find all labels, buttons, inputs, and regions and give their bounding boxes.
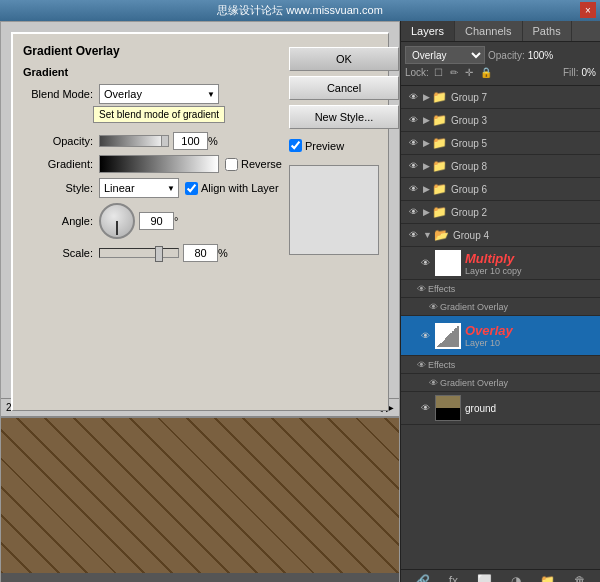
fill-label: Fill: bbox=[563, 67, 579, 78]
layers-controls: Overlay Opacity: 100% Lock: ☐ ✏ ✛ 🔒 Fill… bbox=[401, 42, 600, 86]
eye-icon[interactable] bbox=[405, 135, 421, 151]
group-name: Group 7 bbox=[451, 92, 487, 103]
tab-layers[interactable]: Layers bbox=[401, 21, 455, 41]
list-item[interactable]: Overlay Layer 10 bbox=[401, 316, 600, 356]
eye-icon[interactable] bbox=[417, 400, 433, 416]
opacity-thumb[interactable] bbox=[161, 135, 169, 147]
scale-slider[interactable] bbox=[99, 248, 179, 258]
folder-icon: 📁 bbox=[432, 113, 447, 127]
gradient-label: Gradient: bbox=[23, 158, 93, 170]
scale-thumb[interactable] bbox=[155, 246, 163, 262]
lock-icon-move[interactable]: ✛ bbox=[465, 67, 473, 78]
style-select[interactable]: Linear bbox=[99, 178, 179, 198]
new-style-button[interactable]: New Style... bbox=[289, 105, 399, 129]
trash-icon[interactable]: 🗑 bbox=[574, 574, 586, 582]
arrow-icon: ▶ bbox=[423, 184, 430, 194]
angle-line bbox=[116, 221, 118, 235]
layers-footer: 🔗 fx ⬜ ◑ 📁 🗑 bbox=[401, 569, 600, 582]
folder-icon[interactable]: 📁 bbox=[540, 574, 555, 582]
tab-channels[interactable]: Channels bbox=[455, 21, 522, 41]
blend-mode-select[interactable]: Overlay bbox=[99, 84, 219, 104]
eye-icon[interactable] bbox=[405, 89, 421, 105]
fx-icon[interactable]: fx bbox=[449, 574, 458, 582]
arrow-icon: ▶ bbox=[423, 138, 430, 148]
cancel-button[interactable]: Cancel bbox=[289, 76, 399, 100]
reverse-checkbox[interactable] bbox=[225, 158, 238, 171]
tab-paths[interactable]: Paths bbox=[523, 21, 572, 41]
layer-name: Multiply bbox=[465, 251, 596, 266]
list-item: 👁 Effects bbox=[401, 356, 600, 374]
layer-sublabel: Layer 10 copy bbox=[465, 266, 596, 276]
preview-label[interactable]: Preview bbox=[289, 139, 394, 152]
opacity-slider[interactable] bbox=[99, 135, 169, 147]
eye-icon[interactable] bbox=[417, 328, 433, 344]
preview-box bbox=[289, 165, 379, 255]
opacity-unit: % bbox=[208, 135, 218, 147]
list-item: 👁 Gradient Overlay bbox=[401, 298, 600, 316]
eye-icon[interactable] bbox=[405, 227, 421, 243]
folder-icon: 📁 bbox=[432, 205, 447, 219]
preview-checkbox[interactable] bbox=[289, 139, 302, 152]
align-label: Align with Layer bbox=[201, 182, 279, 194]
layer-name: ground bbox=[465, 403, 596, 414]
eye-icon[interactable] bbox=[405, 158, 421, 174]
left-panel: Gradient Overlay Gradient Blend Mode: Ov… bbox=[0, 21, 400, 582]
layer-info: Multiply Layer 10 copy bbox=[465, 251, 596, 276]
list-item[interactable]: ▶ 📁 Group 3 bbox=[401, 109, 600, 132]
group-name: Group 3 bbox=[451, 115, 487, 126]
group-name: Group 6 bbox=[451, 184, 487, 195]
layers-list: ▶ 📁 Group 7 ▶ 📁 Group 3 ▶ 📁 Group 5 bbox=[401, 86, 600, 569]
eye-icon[interactable] bbox=[405, 112, 421, 128]
eye-icon[interactable] bbox=[417, 255, 433, 271]
eye-icon[interactable] bbox=[405, 181, 421, 197]
group-name: Group 8 bbox=[451, 161, 487, 172]
align-checkbox[interactable] bbox=[185, 182, 198, 195]
layer-name: Overlay bbox=[465, 323, 596, 338]
lock-icon-transparent[interactable]: ☐ bbox=[434, 67, 443, 78]
angle-unit: ° bbox=[174, 215, 178, 227]
lock-fill-row: Lock: ☐ ✏ ✛ 🔒 Fill: 0% bbox=[405, 67, 596, 78]
folder-icon: 📁 bbox=[432, 90, 447, 104]
effect-name: Effects bbox=[428, 360, 455, 370]
folder-icon: 📁 bbox=[432, 136, 447, 150]
fx-eye-icon: 👁 bbox=[417, 284, 426, 294]
angle-knob[interactable] bbox=[99, 203, 135, 239]
lock-icon-draw[interactable]: ✏ bbox=[450, 67, 458, 78]
scale-unit: % bbox=[218, 247, 228, 259]
angle-label: Angle: bbox=[23, 215, 93, 227]
link-icon[interactable]: 🔗 bbox=[415, 574, 430, 582]
scale-input[interactable] bbox=[183, 244, 218, 262]
list-item[interactable]: ▼ 📂 Group 4 bbox=[401, 224, 600, 247]
opacity-label: Opacity: bbox=[488, 50, 525, 61]
gradient-preview[interactable] bbox=[99, 155, 219, 173]
lock-icon-all[interactable]: 🔒 bbox=[480, 67, 492, 78]
window-title: 思缘设计论坛 www.missvuan.com bbox=[217, 4, 383, 16]
opacity-label: Opacity: bbox=[23, 135, 93, 147]
lock-label: Lock: bbox=[405, 67, 429, 78]
list-item[interactable]: Multiply Layer 10 copy bbox=[401, 247, 600, 280]
close-button[interactable]: × bbox=[580, 2, 596, 18]
reverse-checkbox-label[interactable]: Reverse bbox=[225, 158, 282, 171]
blend-mode-label: Blend Mode: bbox=[23, 88, 93, 100]
folder-icon: 📁 bbox=[432, 159, 447, 173]
opacity-input[interactable] bbox=[173, 132, 208, 150]
angle-input[interactable] bbox=[139, 212, 174, 230]
fill-value: 0% bbox=[582, 67, 596, 78]
list-item[interactable]: ▶ 📁 Group 2 bbox=[401, 201, 600, 224]
mask-icon[interactable]: ⬜ bbox=[477, 574, 492, 582]
list-item[interactable]: ▶ 📁 Group 5 bbox=[401, 132, 600, 155]
eye-icon[interactable] bbox=[405, 204, 421, 220]
list-item: 👁 Effects bbox=[401, 280, 600, 298]
list-item[interactable]: ground bbox=[401, 392, 600, 425]
layer-info: Overlay Layer 10 bbox=[465, 323, 596, 348]
list-item: 👁 Gradient Overlay bbox=[401, 374, 600, 392]
list-item[interactable]: ▶ 📁 Group 8 bbox=[401, 155, 600, 178]
list-item[interactable]: ▶ 📁 Group 6 bbox=[401, 178, 600, 201]
adjust-icon[interactable]: ◑ bbox=[511, 574, 521, 582]
blend-opacity-row: Overlay Opacity: 100% bbox=[405, 46, 596, 64]
align-checkbox-label[interactable]: Align with Layer bbox=[185, 182, 279, 195]
list-item[interactable]: ▶ 📁 Group 7 bbox=[401, 86, 600, 109]
layers-blend-select[interactable]: Overlay bbox=[405, 46, 485, 64]
main-layout: Gradient Overlay Gradient Blend Mode: Ov… bbox=[0, 21, 600, 582]
ok-button[interactable]: OK bbox=[289, 47, 399, 71]
